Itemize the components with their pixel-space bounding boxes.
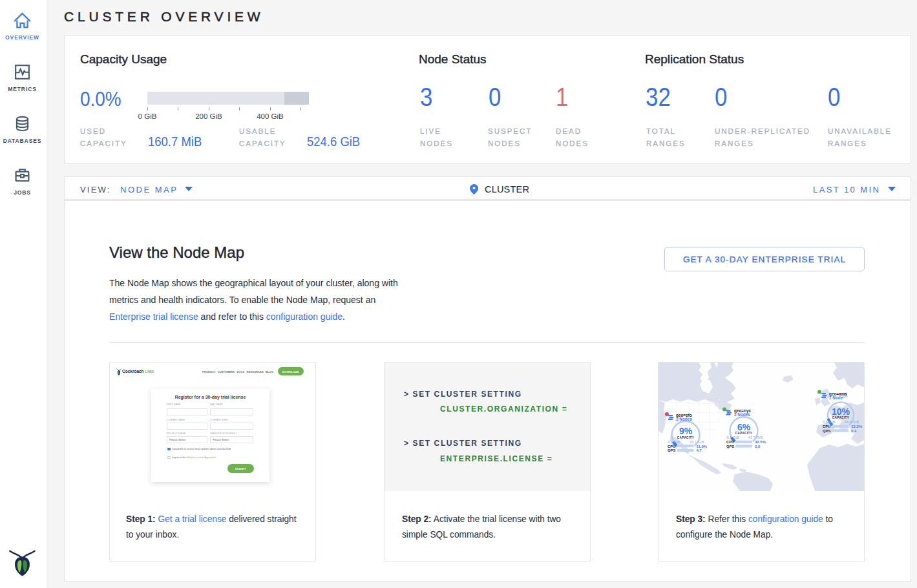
svg-text:43.7 GiB: 43.7 GiB [748,436,763,439]
svg-text:4.7: 4.7 [697,448,702,452]
svg-text:42.5%: 42.5% [755,440,766,444]
svg-text:CAPACITY: CAPACITY [677,436,694,439]
svg-text:QPS: QPS [823,429,830,433]
svg-text:2 Nodes: 2 Nodes [734,412,750,417]
svg-text:0.0: 0.0 [755,445,761,448]
svg-text:QPS: QPS [726,445,734,448]
svg-text:3.7 GiB: 3.7 GiB [726,436,739,439]
svg-text:9%: 9% [679,426,693,436]
svg-text:13.3%: 13.3% [851,425,863,428]
svg-text:11.0%: 11.0% [697,445,708,448]
svg-text:10%: 10% [832,406,850,417]
svg-text:35.1 GiB: 35.1 GiB [690,440,704,444]
svg-text:CAPACITY: CAPACITY [735,432,752,435]
svg-text:6%: 6% [737,422,751,432]
svg-text:CPU: CPU [668,445,675,448]
svg-text:3.2 GiB: 3.2 GiB [668,440,680,444]
svg-text:CAPACITY: CAPACITY [832,416,849,419]
svg-text:1 Node: 1 Node [829,395,843,400]
svg-text:QPS: QPS [668,448,675,452]
svg-text:CPU: CPU [823,425,830,428]
svg-text:3.6 GiB: 3.6 GiB [823,420,835,424]
svg-text:0.4: 0.4 [851,429,857,433]
svg-text:CPU: CPU [726,440,734,444]
svg-text:34.4 GiB: 34.4 GiB [844,420,859,424]
